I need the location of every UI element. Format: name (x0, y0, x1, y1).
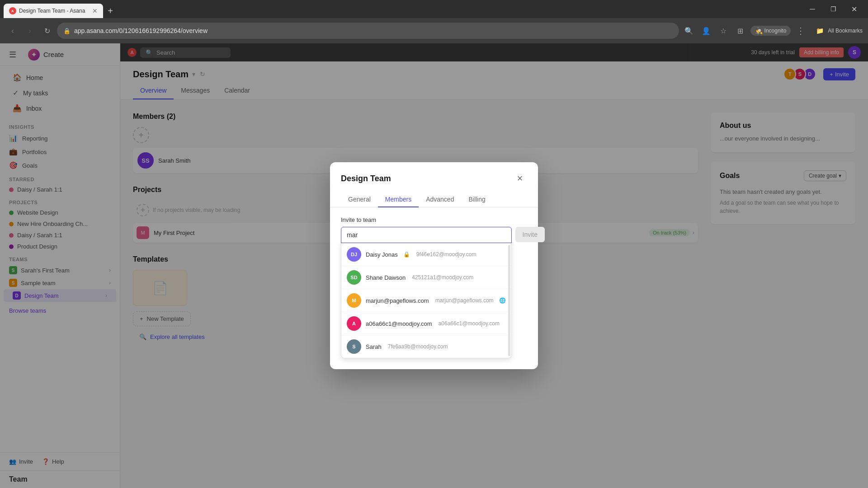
browser-tab-active[interactable]: A Design Team Team - Asana ✕ (4, 4, 103, 18)
extensions-icon[interactable]: ⊞ (733, 23, 748, 38)
modal-title: Design Team (341, 174, 391, 183)
daisy-name: Daisy Jonas (366, 251, 398, 258)
a06-email: a06a66c1@moodjoy.com (439, 320, 500, 327)
daisy-email: 9f46e162@moodjoy.com (416, 251, 476, 258)
marjun-globe-icon: 🌐 (499, 297, 506, 304)
address-text: app.asana.com/0/1206166192996264/overvie… (74, 27, 208, 34)
modal: Design Team × General Members Advanced B… (330, 162, 538, 369)
marjun-name: marjun@pageflows.com (366, 297, 429, 304)
dropdown-scrollbar[interactable] (508, 245, 510, 356)
dropdown-item-marjun[interactable]: M marjun@pageflows.com marjun@pageflows.… (341, 289, 511, 312)
modal-body: Invite to team DJ Daisy Jonas 🔒 (330, 207, 538, 369)
invite-input-wrap: DJ Daisy Jonas 🔒 9f46e162@moodjoy.com SD… (341, 227, 512, 358)
invite-input[interactable] (341, 227, 512, 243)
search-browser-icon[interactable]: 🔍 (682, 23, 696, 38)
dropdown-item-shane[interactable]: SD Shane Dawson 425121a1@moodjoy.com (341, 266, 511, 289)
tab-close-icon[interactable]: ✕ (92, 7, 98, 14)
modal-tab-advanced[interactable]: Advanced (419, 192, 461, 207)
tab-favicon: A (9, 7, 16, 14)
dropdown-item-daisy[interactable]: DJ Daisy Jonas 🔒 9f46e162@moodjoy.com (341, 243, 511, 266)
modal-overlay: Design Team × General Members Advanced B… (0, 43, 868, 488)
browser-chrome: A Design Team Team - Asana ✕ + ─ ❐ ✕ ‹ ›… (0, 0, 868, 43)
reload-button[interactable]: ↻ (40, 23, 54, 38)
menu-button[interactable]: ⋮ (793, 23, 808, 38)
modal-tab-members[interactable]: Members (378, 192, 419, 207)
browser-tabs-bar: A Design Team Team - Asana ✕ + ─ ❐ ✕ (0, 0, 868, 18)
daisy-avatar: DJ (347, 247, 361, 262)
invite-label: Invite to team (341, 216, 527, 223)
modal-close-button[interactable]: × (513, 171, 527, 186)
incognito-label: Incognito (764, 28, 787, 34)
a06-name: a06a66c1@moodjoy.com (366, 320, 432, 327)
modal-tab-general[interactable]: General (341, 192, 378, 207)
star-icon[interactable]: ☆ (716, 23, 731, 38)
forward-button[interactable]: › (23, 23, 37, 38)
tab-title: Design Team Team - Asana (19, 8, 90, 14)
invite-dropdown: DJ Daisy Jonas 🔒 9f46e162@moodjoy.com SD… (341, 243, 512, 358)
modal-tab-billing[interactable]: Billing (461, 192, 492, 207)
a06-avatar: A (347, 316, 361, 331)
incognito-badge: 🕵 Incognito (750, 26, 791, 36)
shane-email: 425121a1@moodjoy.com (412, 274, 473, 281)
invite-input-row: DJ Daisy Jonas 🔒 9f46e162@moodjoy.com SD… (341, 227, 527, 358)
invite-submit-button[interactable]: Invite (515, 227, 545, 242)
marjun-avatar: M (347, 293, 361, 308)
sarah-email: 7fe6aa9b@moodjoy.com (388, 343, 448, 350)
modal-tabs: General Members Advanced Billing (330, 186, 538, 207)
close-button[interactable]: ✕ (844, 0, 864, 18)
minimize-button[interactable]: ─ (802, 0, 823, 18)
back-button[interactable]: ‹ (5, 23, 20, 38)
sarah-avatar: S (347, 339, 361, 354)
sarah-name: Sarah (366, 343, 382, 350)
address-bar[interactable]: 🔒 app.asana.com/0/1206166192996264/overv… (57, 23, 679, 39)
browser-controls: ‹ › ↻ 🔒 app.asana.com/0/1206166192996264… (0, 18, 868, 43)
shane-name: Shane Dawson (366, 274, 406, 281)
maximize-button[interactable]: ❐ (823, 0, 844, 18)
marjun-email2: marjun@pageflows.com (435, 297, 494, 304)
new-tab-button[interactable]: + (103, 4, 118, 18)
lock-icon: 🔒 (63, 28, 71, 34)
profile-icon[interactable]: 👤 (699, 23, 713, 38)
shane-avatar: SD (347, 270, 361, 285)
dropdown-item-sarah[interactable]: S Sarah 7fe6aa9b@moodjoy.com (341, 335, 511, 358)
bookmarks-button[interactable]: 📁 (812, 23, 827, 38)
modal-header: Design Team × (330, 162, 538, 186)
modal-close-icon: × (517, 173, 523, 184)
incognito-icon: 🕵 (755, 27, 763, 34)
daisy-lock-icon: 🔒 (403, 251, 410, 258)
dropdown-item-a06[interactable]: A a06a66c1@moodjoy.com a06a66c1@moodjoy.… (341, 312, 511, 335)
all-bookmarks-label: All Bookmarks (828, 28, 863, 34)
